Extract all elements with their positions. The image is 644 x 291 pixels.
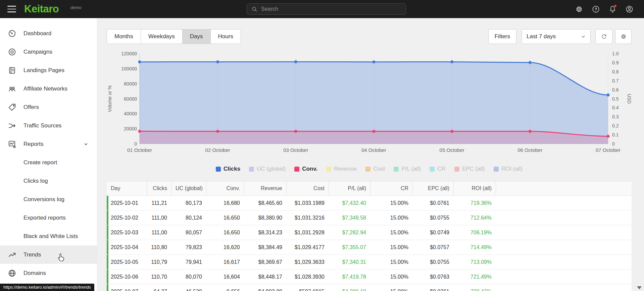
legend-label: Revenue: [334, 166, 357, 172]
svg-text:0.1: 0.1: [612, 132, 619, 137]
row-accent-bar: [107, 196, 108, 210]
row-accent-bar: [107, 270, 108, 284]
cell-cost: $597.6915: [286, 284, 329, 291]
legend-p-l-all[interactable]: P/L (all): [394, 166, 421, 172]
svg-text:01 October: 01 October: [127, 147, 152, 153]
chart-settings-button[interactable]: [615, 29, 632, 44]
sidebar-item-black-and-white-lists[interactable]: Black and White Lists: [0, 227, 97, 245]
refresh-button[interactable]: [595, 29, 612, 44]
legend-conv[interactable]: Conv.: [294, 166, 317, 172]
svg-text:0: 0: [134, 141, 137, 147]
legend-cr[interactable]: CR: [430, 166, 446, 172]
tab-weekdays[interactable]: Weekdays: [141, 29, 183, 44]
svg-text:0.7: 0.7: [612, 78, 619, 83]
chevron-down-icon: [580, 34, 586, 40]
global-search[interactable]: [247, 3, 406, 15]
cell-day: 2025-10-06: [107, 270, 147, 284]
cell-epc-all: $0.0755: [412, 255, 453, 269]
tab-days[interactable]: Days: [182, 29, 211, 44]
svg-text:20000: 20000: [124, 126, 137, 131]
topbar-icons: ?: [574, 4, 634, 14]
svg-text:60000: 60000: [124, 96, 137, 102]
cell-cost: $1,031.3216: [286, 211, 329, 225]
status-url-tooltip: https://demo.keitaro.io/admin/#!/trends/…: [0, 284, 94, 291]
sidebar-item-label: Create report: [23, 159, 57, 166]
legend-revenue[interactable]: Revenue: [326, 166, 357, 172]
cell-epc-all: $0.0755: [412, 211, 453, 225]
cell-filler: [496, 240, 632, 254]
sidebar-item-clicks-log[interactable]: Clicks log: [0, 172, 97, 190]
cell-revenue: $4,903.88: [244, 284, 286, 291]
cell-filler: [496, 196, 632, 210]
date-range-select[interactable]: Last 7 days: [522, 29, 591, 44]
cell-p-l-all: $7,419.78: [329, 270, 370, 284]
cell-day: 2025-10-03: [107, 225, 147, 240]
svg-text:Volume or %: Volume or %: [107, 85, 112, 112]
sidebar-item-reports[interactable]: Reports: [0, 135, 97, 153]
sidebar-item-exported-reports[interactable]: Exported reports: [0, 209, 97, 227]
col-p-l-all: P/L (all): [329, 181, 370, 195]
sidebar-item-create-report[interactable]: Create report: [0, 153, 97, 172]
settings-gear-icon[interactable]: [574, 4, 584, 14]
help-icon[interactable]: ?: [591, 4, 600, 14]
svg-text:07 October: 07 October: [596, 147, 621, 153]
cell-cost: $1,031.2928: [286, 225, 329, 240]
svg-text:05 October: 05 October: [440, 147, 464, 153]
cell-clicks: 111,21: [147, 196, 171, 210]
tab-hours[interactable]: Hours: [210, 29, 241, 44]
chart-canvas: 02000040000600008000010000012000000.10.2…: [107, 47, 634, 158]
legend-label: Cost: [373, 166, 385, 172]
sidebar-item-landings-pages[interactable]: Landings Pages: [0, 61, 97, 79]
toolbar: MonthsWeekdaysDaysHours Filters Last 7 d…: [107, 29, 632, 44]
sidebar-item-trends[interactable]: Trends: [0, 245, 97, 264]
cell-roi-all: 721.49%: [453, 270, 496, 284]
cell-cost: $1,029.3633: [286, 255, 329, 269]
cell-cr: 15.00%: [370, 225, 412, 240]
sidebar-item-domains[interactable]: Domains: [0, 264, 97, 282]
legend-cost[interactable]: Cost: [365, 166, 385, 172]
sidebar-item-dashboard[interactable]: Dashboard: [0, 24, 97, 43]
search-icon: [251, 6, 258, 12]
scroll-down-arrow[interactable]: [637, 286, 642, 289]
legend-uc-global[interactable]: UC (global): [249, 166, 286, 172]
legend-label: ROI (all): [501, 166, 523, 172]
notifications-bell-icon[interactable]: [608, 4, 617, 14]
sidebar-item-affiliate-networks[interactable]: Affiliate Networks: [0, 79, 97, 98]
cell-uc-global: 79,823: [171, 240, 206, 254]
cell-day: 2025-10-01: [107, 196, 147, 210]
sidebar-item-traffic-sources[interactable]: Traffic Sources: [0, 116, 97, 135]
cell-cost: $1,033.1989: [286, 196, 329, 210]
topbar: Keitaro demo ?: [0, 0, 644, 18]
toolbar-controls: Filters Last 7 days: [488, 29, 632, 44]
svg-text:02 October: 02 October: [205, 147, 230, 153]
col-roi-all: ROI (all): [453, 181, 496, 195]
sidebar-item-campaigns[interactable]: Campaigns: [0, 43, 97, 61]
sidebar-item-offers[interactable]: Offers: [0, 98, 97, 116]
cell-roi-all: 706.19%: [453, 225, 496, 240]
svg-text:0.4: 0.4: [612, 105, 619, 110]
menu-toggle-button[interactable]: [7, 6, 16, 12]
trends-table: DayClicksUC (global)Conv.RevenueCostP/L …: [107, 181, 632, 291]
legend-label: UC (global): [257, 166, 286, 172]
cell-p-l-all: $7,355.07: [329, 240, 370, 254]
filters-button[interactable]: Filters: [488, 29, 516, 44]
legend-epc-all[interactable]: EPC (all): [454, 166, 485, 172]
sidebar-item-conversions-log[interactable]: Conversions log: [0, 190, 97, 209]
cell-p-l-all: $4,306.19: [329, 284, 370, 291]
chevron-down-icon: [83, 141, 89, 148]
date-range-value: Last 7 days: [527, 33, 556, 40]
cell-uc-global: 80,057: [171, 225, 206, 240]
main-content: MonthsWeekdaysDaysHours Filters Last 7 d…: [97, 18, 644, 291]
search-input[interactable]: [261, 6, 402, 12]
svg-text:0.9: 0.9: [612, 60, 619, 65]
tab-months[interactable]: Months: [107, 29, 141, 44]
user-menu-icon[interactable]: [625, 4, 634, 14]
sidebar-item-label: Landings Pages: [23, 67, 64, 74]
legend-clicks[interactable]: Clicks: [216, 166, 240, 172]
cell-roi-all: 720.47%: [453, 284, 496, 291]
svg-text:120000: 120000: [121, 51, 137, 56]
legend-roi-all[interactable]: ROI (all): [494, 166, 523, 172]
svg-text:?: ?: [594, 7, 597, 11]
col-clicks: Clicks: [147, 181, 171, 195]
cell-p-l-all: $7,282.94: [329, 225, 370, 240]
